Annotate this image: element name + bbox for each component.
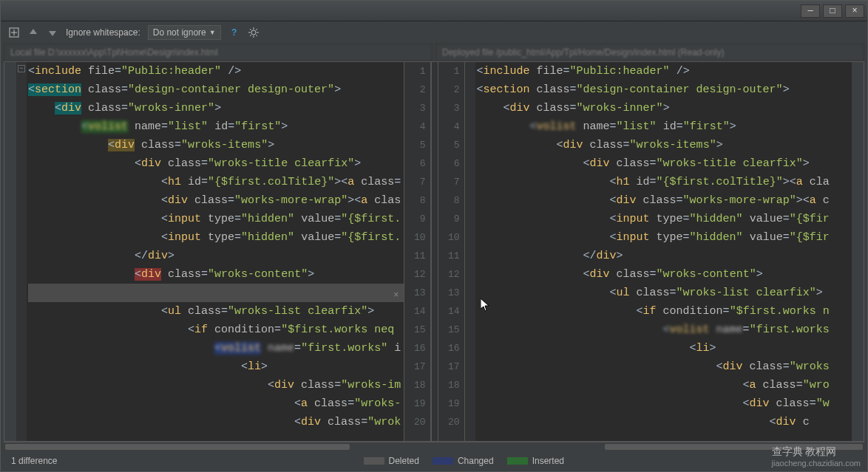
code-line[interactable]: <div class="w [477,394,852,413]
right-folding-gutter[interactable] [465,62,475,441]
code-line[interactable]: <div class="wroks-items"> [28,136,404,154]
code-line[interactable]: <div c [477,413,852,431]
code-line[interactable]: <a class="wroks- [28,394,404,413]
code-line[interactable]: <div class="works-more-wrap"><a c [477,191,852,210]
fold-toggle-icon[interactable]: − [18,65,25,72]
line-number: 8 [409,191,426,210]
code-line[interactable]: <ul class="wroks-list clearfix"> [28,302,404,321]
code-line[interactable]: <if condition="$first.works n [477,302,852,321]
code-line[interactable]: <div class="wroks-inner"> [477,99,852,117]
code-line[interactable]: <a class="wro [477,376,852,394]
line-number: 1 [443,62,460,81]
swatch-changed-icon [433,457,453,465]
code-line[interactable]: <input type="hidden" value="{$fir [477,210,852,228]
left-line-numbers: 1234567891011121314151617181920 [404,62,430,441]
window-close-button[interactable]: × [845,4,864,18]
statusbar: 1 difference Deleted Changed Inserted [1,451,867,471]
code-line[interactable]: <h1 id="{$first.colTitle}"><a cla [477,173,852,191]
code-line[interactable]: <section class="design-container design-… [477,81,852,99]
right-code-area[interactable]: <include file="Public:header" /><section… [475,62,852,441]
code-line[interactable]: <div class="wroks-title clearfix"> [28,154,404,173]
diff-toolbar: Ignore whitespace: Do not ignore ▼ ? [1,21,867,44]
line-number: 3 [443,99,460,117]
code-line[interactable]: <div class="works-more-wrap"><a clas [28,191,404,210]
code-line[interactable]: <div class="wrok [28,413,404,431]
help-icon[interactable]: ? [228,27,240,38]
line-number: 9 [409,210,426,228]
path-label-left: Local file D:\xxxxxx\App\Tpl\Home\Design… [4,44,433,61]
arrow-down-icon[interactable] [47,27,58,38]
gear-icon[interactable] [248,27,260,38]
left-pane[interactable]: − <include file="Public:header" /><secti… [16,62,431,441]
code-line[interactable]: <ul class="wroks-list clearfix"> [477,284,852,302]
code-line[interactable]: <div class="wroks-content"> [28,265,404,284]
svg-line-8 [250,29,251,30]
code-line[interactable]: <div class="wroks [477,358,852,376]
horizontal-scrollbar[interactable] [4,442,864,451]
code-line[interactable]: <input type="hidden" value="{$first. [28,228,404,247]
code-line[interactable]: <div class="wroks-title clearfix"> [477,154,852,173]
ignore-whitespace-label: Ignore whitespace: [66,27,140,38]
code-line[interactable]: <div class="wroks-im [28,376,404,394]
window-maximize-button[interactable]: □ [823,4,842,18]
line-number: 2 [443,81,460,99]
right-pane[interactable]: 1234567891011121314151617181920 <include… [438,62,852,441]
svg-line-10 [250,35,251,36]
arrow-up-icon[interactable] [27,27,39,38]
line-number: 19 [409,394,426,413]
code-line[interactable]: <volist name="list" id="first"> [477,117,852,136]
legend-deleted: Deleted [364,456,419,466]
line-number: 14 [409,302,426,321]
code-line[interactable]: <li> [28,358,404,376]
code-line[interactable]: <div class="wroks-inner"> [28,99,404,117]
pathbar: Local file D:\xxxxxx\App\Tpl\Home\Design… [1,44,867,61]
swatch-inserted-icon [507,457,528,465]
app-window: — □ × Ignore whitespace: Do not ignore ▼… [0,0,868,472]
code-line[interactable]: <if condition="$first.works neq [28,321,404,339]
code-line[interactable]: <volist name="list" id="first"> [28,117,404,136]
code-line[interactable]: <div class="wroks-items"> [477,136,852,154]
code-line[interactable]: × [28,284,404,302]
line-number: 5 [443,136,460,154]
line-number: 9 [443,210,460,228]
line-number: 15 [409,321,426,339]
code-line[interactable]: <div class="wroks-content"> [477,265,852,284]
code-line[interactable]: <input type="hidden" value="{$fir [477,228,852,247]
code-line[interactable]: <include file="Public:header" /> [477,62,852,81]
dropdown-value: Do not ignore [153,27,206,38]
scrollbar-thumb-right[interactable] [605,444,863,450]
line-number: 13 [409,284,426,302]
ignore-whitespace-dropdown[interactable]: Do not ignore ▼ [148,25,221,40]
line-number: 2 [409,81,426,99]
line-number: 18 [409,376,426,394]
new-tab-icon[interactable] [8,27,20,38]
svg-point-3 [251,30,256,35]
line-number: 11 [443,247,460,265]
legend-inserted-label: Inserted [532,456,564,466]
line-number: 14 [443,302,460,321]
line-number: 6 [409,154,426,173]
left-code-area[interactable]: <include file="Public:header" /><section… [27,62,404,441]
code-line[interactable]: <h1 id="{$first.colTitle}"><a class= [28,173,404,191]
legend-changed-label: Changed [458,456,494,466]
line-number: 17 [443,358,460,376]
code-line[interactable]: <volist name="first.works" i [28,339,404,358]
line-number: 7 [409,173,426,191]
code-line[interactable]: <li> [477,339,852,358]
window-minimize-button[interactable]: — [801,4,820,18]
code-line[interactable]: <section class="design-container design-… [28,81,404,99]
legend-inserted: Inserted [507,456,564,466]
code-line[interactable]: </div> [28,247,404,265]
legend-changed: Changed [433,456,494,466]
line-number: 10 [443,228,460,247]
left-folding-gutter[interactable]: − [16,62,27,441]
line-number: 5 [409,136,426,154]
code-line[interactable]: <include file="Public:header" /> [28,62,404,81]
line-number: 8 [443,191,460,210]
scrollbar-thumb-left[interactable] [5,444,350,450]
code-line[interactable]: </div> [477,247,852,265]
code-line[interactable]: <volist name="first.works [477,321,852,339]
line-number: 3 [409,99,426,117]
code-line[interactable]: <input type="hidden" value="{$first. [28,210,404,228]
left-sidebar [4,62,16,441]
